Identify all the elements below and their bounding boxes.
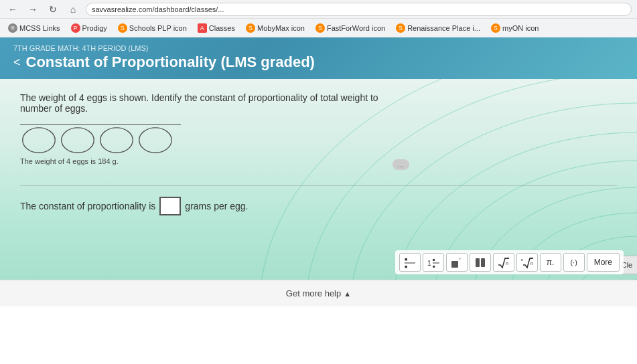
- bookmark-classes-label: Classes: [209, 24, 235, 32]
- bookmark-fastforward-label: FastForWord icon: [327, 24, 385, 32]
- renaissance-icon: S: [396, 23, 405, 33]
- help-bar[interactable]: Get more help ▲: [0, 280, 637, 306]
- svg-text:■: ■: [433, 264, 435, 268]
- more-button[interactable]: More: [587, 253, 620, 272]
- egg-3: [98, 126, 135, 155]
- bookmark-mcss-label: MCSS Links: [19, 24, 60, 32]
- bookmark-schools-plp-label: Schools PLP icon: [129, 24, 187, 32]
- pi-label: π.: [547, 258, 555, 267]
- question-prompt: The weight of 4 eggs is shown. Identify …: [20, 92, 409, 114]
- fastforward-icon: S: [315, 23, 325, 33]
- mcss-icon: ⊞: [8, 23, 17, 33]
- superscript-button[interactable]: °: [446, 253, 468, 272]
- svg-point-11: [62, 128, 94, 153]
- bookmark-schools-plp[interactable]: S Schools PLP icon: [114, 22, 191, 34]
- answer-prompt-before: The constant of proportionality is: [20, 201, 155, 211]
- svg-point-13: [139, 128, 172, 153]
- lesson-header: 7TH GRADE MATH: 4TH PERIOD (LMS) < Const…: [0, 37, 637, 79]
- browser-bar: ← → ↻ ⌂ savvasrealize.com/dashboard/clas…: [0, 0, 637, 19]
- bookmark-mcss[interactable]: ⊞ MCSS Links: [4, 22, 64, 34]
- mixed-number-button[interactable]: 1■■: [423, 253, 444, 272]
- nthroot-button[interactable]: nn: [516, 253, 538, 272]
- bookmark-mobymax[interactable]: S MobyMax icon: [242, 22, 309, 34]
- help-arrow-icon: ▲: [344, 290, 351, 298]
- answer-input-box[interactable]: [159, 197, 181, 215]
- svg-text:■: ■: [405, 264, 407, 269]
- svg-text:1: 1: [427, 260, 431, 267]
- back-arrow-button[interactable]: <: [13, 56, 21, 70]
- question-area: The weight of 4 eggs is shown. Identify …: [0, 79, 637, 306]
- svg-point-10: [23, 128, 56, 153]
- lesson-title-row: < Constant of Proportionality (LMS grade…: [13, 54, 624, 71]
- answer-area: The constant of proportionality is grams…: [20, 185, 617, 215]
- schools-plp-icon: S: [118, 23, 127, 33]
- classes-icon: A: [198, 23, 207, 33]
- math-toolbar: ■■ 1■■ ° n nn π. (∙) More: [395, 250, 624, 274]
- lesson-title-text: Constant of Proportionality (LMS graded): [26, 54, 315, 71]
- svg-rect-21: [451, 261, 458, 268]
- svg-text:n: n: [530, 261, 533, 266]
- bookmark-renaissance[interactable]: S Renaissance Place i...: [392, 22, 484, 34]
- svg-point-12: [100, 128, 133, 153]
- breadcrumb: 7TH GRADE MATH: 4TH PERIOD (LMS): [13, 44, 624, 52]
- eggs-row: [20, 126, 617, 155]
- bookmark-fastforward[interactable]: S FastForWord icon: [311, 22, 389, 34]
- home-button[interactable]: ⌂: [66, 2, 80, 17]
- eggs-container: The weight of 4 eggs is 184 g.: [20, 124, 617, 165]
- mobymax-icon: S: [246, 23, 255, 33]
- svg-text:n: n: [506, 261, 508, 266]
- egg-1: [20, 126, 58, 155]
- bookmark-mobymax-label: MobyMax icon: [257, 24, 305, 32]
- address-text: savvasrealize.com/dashboard/classes/...: [92, 5, 224, 13]
- bookmark-myon[interactable]: S myON icon: [487, 22, 543, 34]
- parentheses-label: (∙): [570, 258, 577, 266]
- bookmark-myon-label: myON icon: [502, 24, 539, 32]
- svg-text:n: n: [521, 258, 523, 262]
- address-bar[interactable]: savvasrealize.com/dashboard/classes/...: [86, 3, 632, 16]
- egg-4: [137, 126, 174, 155]
- svg-text:■: ■: [433, 258, 435, 262]
- question-content: The weight of 4 eggs is shown. Identify …: [0, 79, 637, 229]
- svg-text:°: °: [459, 258, 461, 262]
- bookmark-renaissance-label: Renaissance Place i...: [407, 24, 480, 32]
- ellipsis-button[interactable]: ...: [393, 159, 409, 170]
- sqrt-button[interactable]: n: [493, 253, 514, 272]
- egg-2: [59, 126, 96, 155]
- prodigy-icon: P: [71, 23, 80, 33]
- reload-button[interactable]: ↻: [46, 2, 60, 17]
- svg-rect-23: [476, 258, 480, 267]
- bookmark-classes[interactable]: A Classes: [194, 22, 239, 34]
- svg-rect-24: [481, 258, 485, 267]
- myon-icon: S: [491, 23, 500, 33]
- back-button[interactable]: ←: [5, 2, 20, 17]
- bookmark-prodigy[interactable]: P Prodigy: [67, 22, 111, 34]
- bookmark-prodigy-label: Prodigy: [82, 24, 107, 32]
- pi-button[interactable]: π.: [540, 253, 561, 272]
- forward-button[interactable]: →: [25, 2, 40, 17]
- bookmarks-bar: ⊞ MCSS Links P Prodigy S Schools PLP ico…: [0, 19, 637, 37]
- eggs-underline: [20, 124, 181, 125]
- divbar-button[interactable]: [470, 253, 491, 272]
- help-label: Get more help: [286, 288, 341, 298]
- svg-text:■: ■: [405, 257, 407, 262]
- parentheses-button[interactable]: (∙): [563, 253, 585, 272]
- eggs-label: The weight of 4 eggs is 184 g.: [20, 157, 617, 165]
- answer-prompt-after: grams per egg.: [185, 201, 248, 211]
- page-content: 7TH GRADE MATH: 4TH PERIOD (LMS) < Const…: [0, 37, 637, 364]
- fraction-button[interactable]: ■■: [399, 253, 421, 272]
